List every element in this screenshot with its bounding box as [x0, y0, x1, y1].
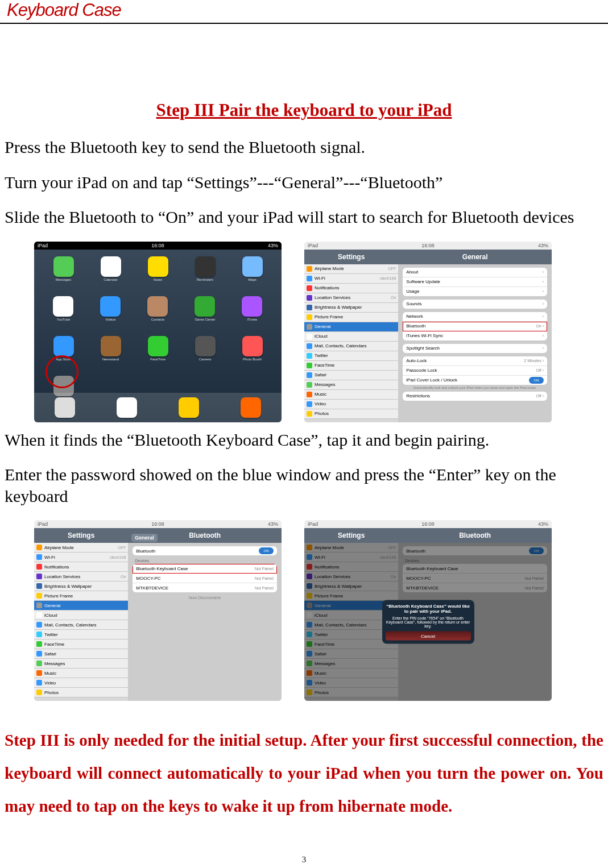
app-notes[interactable]: [148, 256, 168, 277]
settings-sidebar: Airplane ModeOFF Wi-Fictech168 Notificat…: [34, 543, 128, 701]
sidebar-wifi[interactable]: Wi-Fictech168: [304, 274, 398, 284]
row-cover-lock[interactable]: iPad Cover Lock / UnlockON: [403, 376, 547, 385]
video-icon: [307, 401, 312, 407]
toggle-on[interactable]: ON: [529, 377, 544, 384]
app-videos[interactable]: [100, 296, 121, 317]
row-about[interactable]: About›: [403, 268, 547, 277]
app-label: YouTube: [53, 318, 73, 321]
sidebar-mail[interactable]: Mail, Contacts, Calendars: [34, 620, 128, 630]
app-appstore[interactable]: [53, 336, 74, 356]
sidebar-video[interactable]: Video: [34, 678, 128, 688]
gear-icon: [36, 603, 42, 608]
video-icon: [36, 680, 42, 686]
app-messages[interactable]: [53, 256, 74, 277]
sidebar-airplane[interactable]: Airplane ModeOFF: [304, 264, 398, 274]
status-time: 16:08: [421, 243, 435, 248]
app-gamecenter[interactable]: [195, 296, 215, 317]
dock-mail[interactable]: [117, 397, 137, 418]
status-battery: 43%: [268, 243, 278, 248]
sidebar-wifi[interactable]: Wi-Fictech168: [34, 553, 128, 562]
wifi-icon: [36, 554, 42, 560]
app-contacts[interactable]: [147, 296, 168, 317]
device-row[interactable]: MTKBTDEVICENot Paired: [133, 583, 277, 592]
device-row[interactable]: Bluetooth Keyboard CaseNot Paired: [133, 564, 277, 574]
sidebar-safari[interactable]: Safari: [304, 371, 398, 380]
app-photobooth[interactable]: [242, 336, 263, 356]
app-label: Newsstand: [101, 358, 121, 361]
row-network[interactable]: Network›: [403, 312, 547, 322]
pairing-dialog: “Bluetooth Keyboard Case” would like to …: [382, 600, 474, 644]
row-restrictions[interactable]: RestrictionsOff ›: [403, 392, 547, 401]
toggle-on[interactable]: ON: [259, 547, 274, 554]
dock-photos[interactable]: [179, 397, 199, 418]
frame-icon: [36, 593, 42, 599]
row-itunes-sync[interactable]: iTunes Wi-Fi Sync›: [403, 331, 547, 340]
sidebar-music[interactable]: Music: [304, 390, 398, 400]
app-camera[interactable]: [195, 336, 216, 356]
sidebar-general[interactable]: General: [34, 601, 128, 610]
row-spotlight[interactable]: Spotlight Search›: [403, 344, 547, 353]
app-newsstand[interactable]: [101, 336, 121, 356]
now-discoverable: Now Discoverable: [133, 596, 277, 600]
sidebar-photos[interactable]: Photos: [304, 409, 398, 419]
sidebar-twitter[interactable]: Twitter: [304, 351, 398, 361]
dock-safari[interactable]: [55, 397, 75, 418]
row-autolock[interactable]: Auto-Lock2 Minutes ›: [403, 356, 547, 366]
status-bar: iPad 16:08 43%: [304, 242, 552, 250]
page-header: Keyboard Case: [0, 0, 608, 24]
sidebar-music[interactable]: Music: [34, 668, 128, 678]
app-calendar[interactable]: [101, 256, 121, 277]
row-passcode[interactable]: Passcode LockOff ›: [403, 366, 547, 376]
dock-music[interactable]: [241, 397, 261, 418]
status-bar: iPad 16:08 43%: [34, 520, 282, 528]
sidebar-icloud[interactable]: iCloud: [34, 610, 128, 620]
sidebar-location[interactable]: Location ServicesOn: [304, 293, 398, 303]
app-itunes[interactable]: [242, 296, 262, 317]
sidebar-messages[interactable]: Messages: [304, 380, 398, 390]
sidebar-safari[interactable]: Safari: [34, 649, 128, 659]
nav-title-left: Settings: [304, 253, 398, 261]
sidebar-icloud[interactable]: iCloud: [304, 332, 398, 342]
app-reminders[interactable]: [195, 256, 216, 277]
app-youtube[interactable]: [53, 296, 73, 317]
row-software-update[interactable]: Software Update›: [403, 277, 547, 287]
app-facetime[interactable]: [148, 336, 168, 356]
sidebar-general[interactable]: General: [304, 322, 398, 332]
sidebar-location[interactable]: Location ServicesOn: [34, 572, 128, 582]
sidebar-notifications[interactable]: Notifications: [304, 284, 398, 293]
back-button[interactable]: General: [131, 534, 158, 542]
sidebar-picture-frame[interactable]: Picture Frame: [34, 591, 128, 601]
app-label: Reminders: [195, 278, 216, 281]
dock: [34, 393, 282, 422]
brightness-icon: [307, 305, 312, 310]
row-usage[interactable]: Usage›: [403, 287, 547, 296]
status-bar: iPad 16:08 43%: [304, 520, 552, 528]
bell-icon: [36, 564, 42, 570]
device-row[interactable]: MOOCY-PCNot Paired: [133, 574, 277, 583]
screenshot-bluetooth-list: iPad 16:08 43% Settings General Bluetoot…: [34, 520, 282, 701]
sidebar-notifications[interactable]: Notifications: [34, 562, 128, 572]
instruction-5: Enter the password showed on the blue wi…: [5, 464, 603, 506]
sidebar-photos[interactable]: Photos: [34, 688, 128, 697]
sidebar-brightness[interactable]: Brightness & Wallpaper: [34, 582, 128, 591]
sidebar-facetime[interactable]: FaceTime: [34, 639, 128, 649]
sidebar-video[interactable]: Video: [304, 400, 398, 409]
row-bluetooth[interactable]: BluetoothOn ›: [403, 322, 547, 331]
row-bluetooth-toggle[interactable]: BluetoothON: [133, 546, 277, 555]
screenshot-settings-general: iPad 16:08 43% Settings General Airplane…: [304, 242, 552, 422]
bell-icon: [307, 285, 312, 291]
sidebar-brightness[interactable]: Brightness & Wallpaper: [304, 303, 398, 313]
sidebar-twitter[interactable]: Twitter: [34, 630, 128, 639]
sidebar-messages[interactable]: Messages: [34, 659, 128, 668]
location-icon: [307, 295, 312, 301]
sidebar-picture-frame[interactable]: Picture Frame: [304, 313, 398, 322]
sidebar-airplane[interactable]: Airplane ModeOFF: [34, 543, 128, 553]
sidebar-mail[interactable]: Mail, Contacts, Calendars: [304, 342, 398, 351]
sidebar-facetime[interactable]: FaceTime: [304, 361, 398, 371]
dialog-title: “Bluetooth Keyboard Case” would like to …: [386, 604, 471, 614]
facetime-icon: [307, 363, 312, 368]
nav-title-left: Settings: [34, 531, 128, 539]
app-maps[interactable]: [242, 256, 263, 277]
row-sounds[interactable]: Sounds›: [403, 300, 547, 309]
cancel-button[interactable]: Cancel: [386, 632, 471, 641]
